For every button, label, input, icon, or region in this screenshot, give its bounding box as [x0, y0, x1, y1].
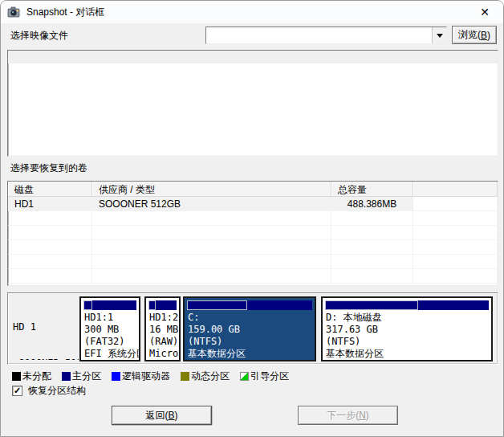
image-file-list[interactable]: [7, 50, 498, 157]
volume-table-header: 磁盘 供应商 / 类型 总容量: [8, 182, 498, 197]
cell-vendor: SOOONER 512GB: [92, 197, 331, 211]
partition-type: 基本数据分区: [188, 348, 315, 360]
legend-dynamic: 动态分区: [181, 370, 230, 383]
check-icon: ✓: [14, 386, 21, 395]
empty-table-row: [8, 240, 498, 255]
partition-d[interactable]: D: 本地磁盘 317.63 GB (NTFS) 基本数据分区: [321, 296, 493, 361]
partition-legend: 未分配 主分区 逻辑驱动器 动态分区 引导分区: [12, 370, 289, 383]
image-file-input[interactable]: [206, 27, 432, 43]
combobox-dropdown-button[interactable]: [432, 27, 446, 43]
primary-partition-swatch-icon: [62, 372, 71, 381]
partition-size: 300 MB: [84, 324, 139, 336]
partition-type-bar: [148, 300, 177, 310]
close-button[interactable]: ✕: [466, 1, 503, 23]
used-space-indicator: [187, 300, 247, 310]
partition-fs: (FAT32): [84, 336, 139, 348]
used-space-indicator: [325, 300, 418, 310]
used-space-indicator: [148, 300, 156, 310]
empty-table-row: [8, 226, 498, 240]
partition-name: D: 本地磁盘: [326, 312, 491, 324]
used-space-indicator: [83, 300, 92, 310]
unallocated-swatch-icon: [12, 372, 21, 381]
header-vendor-type[interactable]: 供应商 / 类型: [92, 182, 331, 197]
partition-name: HD1:2: [149, 312, 179, 324]
empty-table-row: [8, 269, 498, 284]
partition-fs: (NTFS): [326, 336, 491, 348]
close-icon: ✕: [480, 6, 490, 18]
legend-logical: 逻辑驱动器: [112, 370, 170, 383]
restore-structure-checkbox[interactable]: ✓: [12, 386, 22, 396]
partition-size: 16 MB: [149, 324, 179, 336]
image-file-label: 选择映像文件: [10, 29, 68, 43]
header-capacity[interactable]: 总容量: [331, 182, 413, 197]
partition-name: HD1:1: [84, 312, 139, 324]
empty-table-row: [8, 255, 498, 269]
cell-capacity: 488.386MB: [331, 197, 413, 211]
logical-drive-swatch-icon: [112, 372, 120, 381]
volume-table[interactable]: 磁盘 供应商 / 类型 总容量 HD1 SOOONER 512GB 488.38…: [7, 181, 498, 286]
legend-primary: 主分区: [62, 370, 101, 383]
disk-vendor: SOOONER 512GB: [13, 357, 79, 360]
partition-type-bar: [187, 300, 312, 310]
partition-type-bar: [83, 300, 136, 310]
table-row-hd1[interactable]: HD1 SOOONER 512GB 488.386MB: [8, 197, 498, 211]
empty-table-row: [8, 284, 498, 286]
partition-type-bar: [325, 300, 489, 310]
partition-size: 317.63 GB: [326, 324, 491, 336]
chevron-down-icon: [437, 34, 443, 41]
disk-name: HD 1: [13, 321, 79, 333]
disk-info-panel: HD 1 SOOONER 512GB 476.94 GB GPT 在线: [13, 297, 79, 360]
partition-hd1-1[interactable]: HD1:1 300 MB (FAT32) EFI 系统分区: [79, 296, 140, 361]
browse-button[interactable]: 浏览(B): [452, 26, 497, 44]
partition-type: 基本数据分区: [326, 348, 491, 360]
dynamic-partition-swatch-icon: [181, 372, 189, 381]
restore-volume-label: 选择要恢复到的卷: [10, 161, 87, 175]
header-extra[interactable]: [413, 182, 498, 197]
partition-fs: (RAW): [149, 336, 179, 348]
legend-boot: 引导分区: [240, 370, 289, 383]
header-disk[interactable]: 磁盘: [8, 182, 92, 197]
title-bar: Snapshot - 对话框 ✕: [1, 1, 503, 23]
image-file-list-header: [8, 51, 498, 63]
legend-unallocated: 未分配: [12, 370, 51, 383]
image-file-combobox[interactable]: [205, 27, 447, 44]
empty-table-row: [8, 211, 498, 226]
snapshot-dialog: Snapshot - 对话框 ✕ 选择映像文件 浏览(B) 选择要恢复到的卷 磁…: [0, 0, 504, 437]
next-button[interactable]: 下一步(N): [298, 406, 398, 425]
camera-app-icon: [7, 6, 20, 18]
restore-structure-option[interactable]: ✓ 恢复分区结构: [12, 384, 86, 398]
restore-structure-label: 恢复分区结构: [28, 384, 86, 398]
partition-type: EFI 系统分区: [84, 348, 139, 360]
partition-hd1-2[interactable]: HD1:2 16 MB (RAW) Microsoft 保留分区: [144, 296, 181, 361]
boot-partition-swatch-icon: [240, 372, 249, 381]
partition-type: Microsoft 保留分区: [149, 348, 179, 360]
back-button[interactable]: 返回(B): [112, 406, 212, 425]
partition-c[interactable]: C: 159.00 GB (NTFS) 基本数据分区: [183, 296, 316, 361]
partition-fs: (NTFS): [188, 336, 315, 348]
partition-name: C:: [188, 312, 315, 324]
disk-map: HD 1 SOOONER 512GB 476.94 GB GPT 在线 HD1:…: [7, 292, 498, 365]
cell-disk: HD1: [8, 197, 92, 211]
partition-size: 159.00 GB: [188, 324, 315, 336]
window-title: Snapshot - 对话框: [26, 6, 104, 19]
